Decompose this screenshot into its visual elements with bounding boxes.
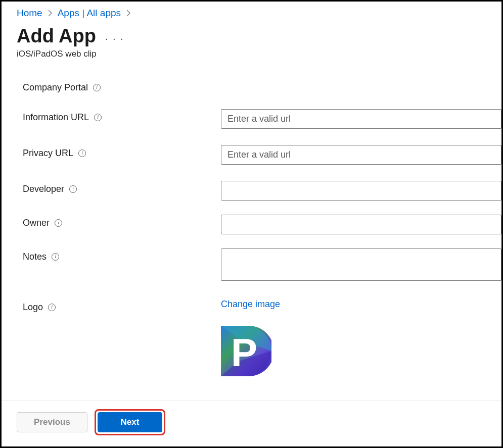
breadcrumb-home-link[interactable]: Home bbox=[17, 8, 42, 19]
information-url-input[interactable] bbox=[221, 109, 501, 129]
logo-preview: P bbox=[221, 326, 271, 376]
field-notes: Notes i bbox=[23, 248, 501, 283]
change-image-link[interactable]: Change image bbox=[221, 299, 280, 310]
more-actions-icon[interactable]: · · · bbox=[105, 28, 124, 44]
info-icon[interactable]: i bbox=[48, 304, 56, 311]
field-developer: Developer i bbox=[23, 181, 501, 201]
breadcrumb: Home Apps | All apps bbox=[17, 8, 501, 19]
privacy-url-input[interactable] bbox=[221, 145, 501, 165]
info-icon[interactable]: i bbox=[78, 150, 86, 157]
app-logo-icon: P bbox=[221, 326, 271, 376]
notes-input[interactable] bbox=[221, 248, 501, 281]
info-icon[interactable]: i bbox=[94, 114, 102, 121]
label-notes: Notes bbox=[23, 252, 47, 262]
breadcrumb-apps-link[interactable]: Apps | All apps bbox=[58, 8, 121, 19]
developer-input[interactable] bbox=[221, 181, 501, 201]
field-company-portal: Company Portal i bbox=[23, 79, 501, 93]
info-icon[interactable]: i bbox=[55, 219, 62, 227]
wizard-footer: Previous Next bbox=[2, 401, 501, 446]
label-owner: Owner bbox=[23, 218, 50, 228]
field-privacy-url: Privacy URL i bbox=[23, 145, 501, 165]
chevron-right-icon bbox=[48, 10, 53, 17]
field-logo: Logo i Change image bbox=[23, 299, 501, 376]
previous-button[interactable]: Previous bbox=[17, 412, 87, 432]
page-title: Add App bbox=[17, 26, 96, 47]
info-icon[interactable]: i bbox=[93, 84, 101, 91]
field-owner: Owner i bbox=[23, 215, 501, 234]
svg-text:P: P bbox=[231, 330, 257, 375]
next-button-highlight: Next bbox=[95, 409, 165, 435]
label-company-portal: Company Portal bbox=[23, 82, 88, 93]
chevron-right-icon bbox=[126, 10, 131, 17]
info-icon[interactable]: i bbox=[69, 185, 77, 193]
page-subtitle: iOS/iPadOS web clip bbox=[17, 49, 501, 59]
next-button[interactable]: Next bbox=[98, 412, 162, 432]
info-icon[interactable]: i bbox=[52, 253, 59, 261]
owner-input[interactable] bbox=[221, 215, 501, 234]
label-privacy-url: Privacy URL bbox=[23, 148, 73, 159]
label-logo: Logo bbox=[23, 302, 43, 313]
field-information-url: Information URL i bbox=[23, 109, 501, 129]
label-developer: Developer bbox=[23, 184, 64, 194]
label-information-url: Information URL bbox=[23, 112, 89, 123]
